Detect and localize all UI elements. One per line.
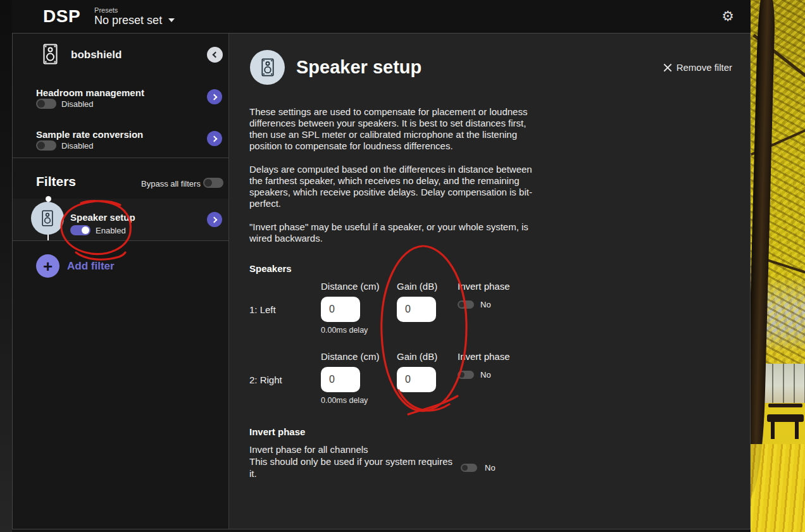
speaker-setup-chevron-button[interactable] bbox=[207, 212, 222, 227]
sample-rate-label: Sample rate conversion bbox=[36, 129, 143, 140]
distance-column-header: Distance (cm) bbox=[321, 351, 397, 367]
headroom-status: Disabled bbox=[61, 99, 94, 109]
sample-rate-status: Disabled bbox=[61, 141, 94, 151]
speaker-label: 1: Left bbox=[249, 304, 321, 315]
zone-name: bobshield bbox=[71, 49, 122, 61]
gain-column-header: Gain (dB) bbox=[397, 351, 458, 367]
speaker-icon bbox=[43, 44, 58, 67]
plus-icon: + bbox=[36, 254, 59, 278]
description-paragraph: Delays are computed based on the differe… bbox=[249, 164, 535, 209]
collapse-sidebar-button[interactable] bbox=[207, 47, 223, 63]
chevron-right-icon bbox=[211, 216, 217, 223]
description-paragraph: "Invert phase" may be useful if a speake… bbox=[249, 221, 535, 244]
chevron-down-icon bbox=[168, 18, 175, 22]
bypass-all-filters-label: Bypass all filters bbox=[141, 179, 201, 189]
gear-icon[interactable]: ⚙ bbox=[721, 9, 734, 23]
add-filter-button[interactable]: + Add filter bbox=[36, 254, 115, 278]
invert-phase-column-header: Invert phase bbox=[458, 281, 750, 297]
invert-phase-value: No bbox=[480, 300, 491, 309]
invert-phase-section: Invert phase Invert phase for all channe… bbox=[249, 426, 750, 479]
invert-phase-column-header: Invert phase bbox=[458, 351, 750, 367]
background-photo-left bbox=[0, 0, 12, 532]
invert-phase-toggle[interactable] bbox=[458, 371, 474, 379]
dsp-app-window: DSP Presets No preset set ⚙ bbox=[12, 0, 751, 529]
speakers-heading: Speakers bbox=[249, 263, 750, 274]
speaker-setup-status: Enabled bbox=[96, 226, 126, 235]
distance-input[interactable] bbox=[321, 367, 360, 392]
headroom-chevron-button[interactable] bbox=[207, 89, 222, 104]
sidebar-item-speaker-setup[interactable]: Speaker setup Enabled bbox=[13, 199, 228, 240]
bypass-all-filters-toggle[interactable] bbox=[203, 178, 223, 188]
distance-input[interactable] bbox=[321, 297, 360, 322]
close-icon bbox=[663, 63, 672, 72]
gain-input[interactable] bbox=[397, 297, 436, 322]
panel-header: Speaker setup Remove filter bbox=[229, 34, 750, 85]
divider bbox=[13, 240, 228, 241]
invert-phase-toggle[interactable] bbox=[458, 300, 474, 309]
page-title: Speaker setup bbox=[296, 57, 421, 78]
speaker-row: Distance (cm) Gain (dB) Invert phase 2: … bbox=[249, 351, 750, 405]
description-paragraph: These settings are used to compensate fo… bbox=[249, 106, 535, 152]
divider bbox=[13, 158, 228, 158]
distance-column-header: Distance (cm) bbox=[321, 281, 397, 297]
invert-all-channels-label: Invert phase for all channels bbox=[249, 443, 458, 455]
speaker-setup-toggle[interactable] bbox=[70, 225, 90, 235]
dsp-settings-screen: DSP Presets No preset set ⚙ bbox=[0, 0, 805, 532]
park-bench bbox=[771, 421, 775, 439]
sidebar: bobshield Headroom management Disabled S… bbox=[13, 34, 229, 529]
preset-dropdown[interactable]: Presets No preset set bbox=[94, 6, 175, 27]
chevron-right-icon bbox=[211, 135, 217, 142]
delay-readout: 0.00ms delay bbox=[321, 322, 397, 335]
chevron-left-icon bbox=[213, 52, 219, 58]
add-filter-label: Add filter bbox=[67, 260, 115, 273]
park-bench bbox=[795, 421, 799, 439]
top-bar: DSP Presets No preset set ⚙ bbox=[12, 0, 751, 33]
app-logo: DSP bbox=[43, 6, 80, 27]
invert-phase-value: No bbox=[480, 370, 491, 380]
speaker-row: Distance (cm) Gain (dB) Invert phase 1: … bbox=[249, 281, 750, 335]
invert-all-channels-note: This should only be used if your system … bbox=[249, 455, 458, 479]
fallen-leaves-ground bbox=[751, 444, 805, 532]
timeline-dot bbox=[46, 196, 51, 202]
headroom-toggle[interactable] bbox=[36, 99, 56, 109]
filters-heading: Filters bbox=[36, 174, 76, 189]
chevron-right-icon bbox=[211, 94, 217, 100]
speaker-label: 2: Right bbox=[249, 374, 321, 385]
background-photo bbox=[751, 0, 805, 532]
speaker-setup-panel: Speaker setup Remove filter These settin… bbox=[229, 34, 750, 529]
sample-rate-toggle[interactable] bbox=[36, 140, 56, 151]
invert-phase-heading: Invert phase bbox=[249, 426, 750, 437]
remove-filter-button[interactable]: Remove filter bbox=[663, 62, 732, 73]
invert-all-channels-toggle[interactable] bbox=[461, 464, 477, 472]
panel-body: These settings are used to compensate fo… bbox=[229, 85, 750, 479]
speaker-setup-label: Speaker setup bbox=[70, 212, 135, 223]
app-body: bobshield Headroom management Disabled S… bbox=[12, 33, 751, 529]
delay-readout: 0.00ms delay bbox=[321, 392, 397, 405]
speaker-avatar bbox=[31, 202, 64, 235]
sample-rate-chevron-button[interactable] bbox=[207, 131, 222, 146]
speaker-avatar bbox=[250, 50, 285, 85]
remove-filter-label: Remove filter bbox=[677, 62, 732, 73]
preset-value: No preset set bbox=[94, 14, 162, 27]
zone-header: bobshield bbox=[13, 34, 228, 77]
presets-label: Presets bbox=[94, 6, 175, 14]
gain-column-header: Gain (dB) bbox=[397, 281, 458, 297]
invert-all-channels-value: No bbox=[485, 463, 496, 473]
headroom-management-label: Headroom management bbox=[36, 87, 144, 98]
gain-input[interactable] bbox=[397, 367, 436, 392]
park-bench bbox=[768, 404, 802, 407]
